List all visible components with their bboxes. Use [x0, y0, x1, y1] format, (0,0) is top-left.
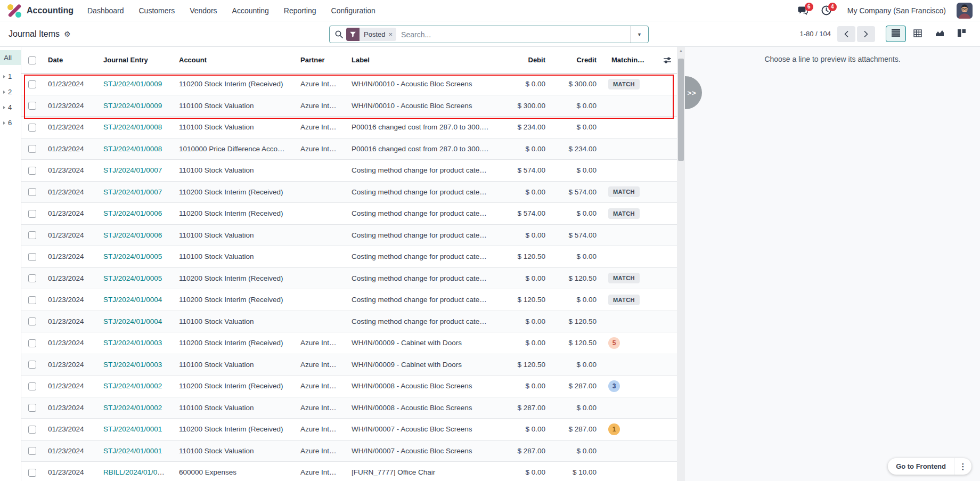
journal-entry-link[interactable]: STJ/2024/01/0001 [103, 447, 162, 455]
journal-entry-link[interactable]: STJ/2024/01/0006 [103, 209, 162, 217]
table-row[interactable]: 01/23/2024STJ/2024/01/00081010000 Price … [21, 138, 677, 160]
row-checkbox[interactable] [28, 80, 36, 88]
journal-entry-link[interactable]: STJ/2024/01/0008 [103, 123, 162, 131]
match-badge[interactable]: MATCH [608, 186, 640, 197]
facet-close-icon[interactable]: × [387, 28, 396, 41]
column-header-journal-entry[interactable]: Journal Entry [96, 56, 172, 64]
kebab-menu-icon[interactable]: ⋮ [954, 462, 971, 471]
search-dropdown-caret-icon[interactable]: ▼ [630, 26, 648, 43]
row-checkbox[interactable] [28, 145, 36, 153]
journal-entry-link[interactable]: STJ/2024/01/0004 [103, 317, 162, 325]
row-checkbox[interactable] [28, 210, 36, 218]
row-checkbox[interactable] [28, 447, 36, 455]
table-row[interactable]: 01/23/2024STJ/2024/01/0005110200 Stock I… [21, 268, 677, 290]
row-checkbox[interactable] [28, 296, 36, 304]
journal-entry-link[interactable]: STJ/2024/01/0005 [103, 274, 162, 282]
top-menu-customers[interactable]: Customers [139, 6, 175, 15]
expand-panel-button[interactable]: >> [685, 76, 702, 109]
row-checkbox[interactable] [28, 231, 36, 239]
search-bar[interactable]: Posted × Search... ▼ [329, 26, 649, 43]
column-header-account[interactable]: Account [172, 56, 293, 64]
sidebar-group-4[interactable]: 4 [3, 103, 21, 111]
table-row[interactable]: 01/23/2024STJ/2024/01/0001110100 Stock V… [21, 441, 677, 462]
journal-entry-link[interactable]: RBILL/2024/01/00… [103, 468, 168, 476]
top-menu-dashboard[interactable]: Dashboard [87, 6, 124, 15]
table-row[interactable]: 01/23/2024STJ/2024/01/0003110100 Stock V… [21, 354, 677, 376]
column-header-credit[interactable]: Credit [553, 56, 604, 64]
journal-entry-link[interactable]: STJ/2024/01/0002 [103, 404, 162, 412]
graph-view-button[interactable] [929, 26, 950, 42]
scrollbar-up-arrow-icon[interactable]: ▲ [677, 48, 685, 53]
search-facet-posted[interactable]: Posted × [346, 28, 396, 41]
match-badge[interactable]: MATCH [608, 295, 640, 305]
matching-count-badge[interactable]: 1 [608, 423, 620, 435]
app-name[interactable]: Accounting [27, 6, 74, 15]
go-to-frontend-button[interactable]: Go to Frontend [888, 458, 954, 475]
scrollbar-thumb[interactable] [678, 59, 684, 161]
row-checkbox[interactable] [28, 274, 36, 282]
journal-entry-link[interactable]: STJ/2024/01/0008 [103, 145, 162, 153]
user-avatar[interactable] [957, 3, 973, 19]
vertical-scrollbar[interactable]: ▲ [677, 47, 685, 481]
top-menu-reporting[interactable]: Reporting [284, 6, 316, 15]
table-row[interactable]: 01/23/2024STJ/2024/01/0004110200 Stock I… [21, 289, 677, 311]
column-header-date[interactable]: Date [40, 56, 96, 64]
checkbox[interactable] [28, 56, 36, 64]
row-checkbox[interactable] [28, 339, 36, 347]
row-checkbox[interactable] [28, 317, 36, 325]
table-row[interactable]: 01/23/2024STJ/2024/01/0007110100 Stock V… [21, 160, 677, 182]
table-row[interactable]: 01/23/2024STJ/2024/01/0003110200 Stock I… [21, 332, 677, 354]
column-header-debit[interactable]: Debit [504, 56, 553, 64]
journal-entry-link[interactable]: STJ/2024/01/0002 [103, 382, 162, 390]
pivot-view-button[interactable] [908, 26, 928, 42]
table-row[interactable]: 01/23/2024STJ/2024/01/0002110100 Stock V… [21, 397, 677, 419]
row-checkbox[interactable] [28, 102, 36, 110]
match-badge[interactable]: MATCH [608, 273, 640, 283]
pager-next-button[interactable] [857, 26, 875, 42]
match-badge[interactable]: MATCH [608, 208, 640, 219]
optional-columns-icon[interactable] [658, 56, 677, 64]
row-checkbox[interactable] [28, 469, 36, 477]
messages-button[interactable]: 6 [794, 3, 812, 19]
row-checkbox[interactable] [28, 124, 36, 132]
sidebar-group-6[interactable]: 6 [3, 119, 21, 127]
journal-entry-link[interactable]: STJ/2024/01/0003 [103, 339, 162, 347]
matching-count-badge[interactable]: 5 [608, 337, 620, 349]
select-all-checkbox[interactable] [21, 55, 40, 64]
list-view-button[interactable] [886, 26, 906, 42]
match-badge[interactable]: MATCH [608, 79, 640, 89]
row-checkbox[interactable] [28, 167, 36, 175]
row-checkbox[interactable] [28, 188, 36, 196]
column-header-matching[interactable]: Matchin… [604, 56, 658, 64]
table-row[interactable]: 01/23/2024STJ/2024/01/0006110100 Stock V… [21, 225, 677, 247]
table-row[interactable]: 01/23/2024STJ/2024/01/0006110200 Stock I… [21, 203, 677, 225]
journal-entry-link[interactable]: STJ/2024/01/0003 [103, 361, 162, 369]
gear-icon[interactable]: ⚙ [64, 30, 71, 38]
search-input[interactable]: Search... [401, 30, 630, 39]
table-row[interactable]: 01/23/2024STJ/2024/01/0005110100 Stock V… [21, 246, 677, 268]
journal-entry-link[interactable]: STJ/2024/01/0001 [103, 425, 162, 433]
table-row[interactable]: 01/23/2024STJ/2024/01/0004110100 Stock V… [21, 311, 677, 333]
journal-entry-link[interactable]: STJ/2024/01/0007 [103, 188, 162, 196]
row-checkbox[interactable] [28, 361, 36, 369]
table-row[interactable]: 01/23/2024STJ/2024/01/0007110200 Stock I… [21, 182, 677, 203]
top-menu-vendors[interactable]: Vendors [190, 6, 217, 15]
top-menu-configuration[interactable]: Configuration [331, 6, 375, 15]
table-row[interactable]: 01/23/2024RBILL/2024/01/00…600000 Expens… [21, 462, 677, 481]
table-row[interactable]: 01/23/2024STJ/2024/01/0001110200 Stock I… [21, 419, 677, 441]
journal-entry-link[interactable]: STJ/2024/01/0007 [103, 166, 162, 174]
journal-entry-link[interactable]: STJ/2024/01/0005 [103, 252, 162, 260]
row-checkbox[interactable] [28, 253, 36, 261]
kanban-view-button[interactable] [951, 26, 971, 42]
table-row[interactable]: 01/23/2024STJ/2024/01/0009110100 Stock V… [21, 95, 677, 117]
journal-entry-link[interactable]: STJ/2024/01/0004 [103, 296, 162, 304]
top-menu-accounting[interactable]: Accounting [232, 6, 269, 15]
table-row[interactable]: 01/23/2024STJ/2024/01/0002110200 Stock I… [21, 376, 677, 397]
sidebar-item-all[interactable]: All [0, 50, 21, 65]
row-checkbox[interactable] [28, 382, 36, 390]
pager-previous-button[interactable] [837, 26, 855, 42]
sidebar-group-1[interactable]: 1 [3, 72, 21, 80]
row-checkbox[interactable] [28, 404, 36, 412]
table-row[interactable]: 01/23/2024STJ/2024/01/0008110100 Stock V… [21, 117, 677, 138]
table-row[interactable]: 01/23/2024STJ/2024/01/0009110200 Stock I… [21, 74, 677, 95]
